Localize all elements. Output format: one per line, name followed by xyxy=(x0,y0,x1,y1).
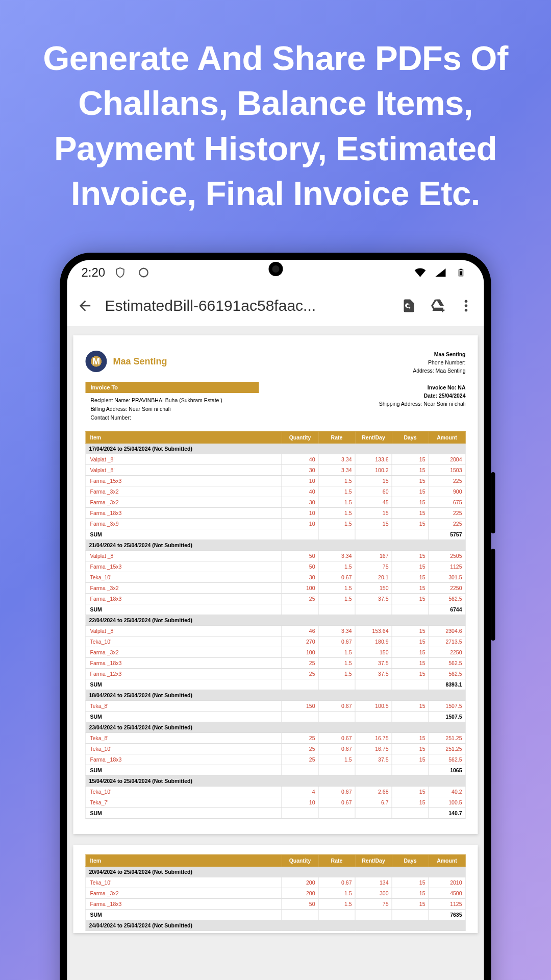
phone-side-button xyxy=(491,472,495,533)
table-row: Farma _15x3501.575151125 xyxy=(86,561,465,572)
camera-notch xyxy=(268,262,283,276)
table-row: Valplat _8'403.34133.6152004 xyxy=(86,454,465,464)
table-section-header: 22/04/2024 to 25/04/2024 (Not Submitted) xyxy=(86,615,465,625)
table-row: Teka_10'250.6716.7515251.25 xyxy=(86,743,465,754)
svg-point-6 xyxy=(465,309,468,312)
table-row: Farma _12x3251.537.515562.5 xyxy=(86,668,465,679)
table-sum-row: SUM8393.1 xyxy=(86,679,465,690)
pdf-page-2: Item Quantity Rate Rent/Day Days Amount … xyxy=(73,845,478,933)
svg-rect-2 xyxy=(460,269,462,270)
battery-icon xyxy=(453,264,470,281)
table-sum-row: SUM6744 xyxy=(86,604,465,615)
status-time: 2:20 xyxy=(82,265,106,280)
table-section-header: 24/04/2024 to 25/04/2024 (Not Submitted) xyxy=(86,920,465,930)
app-bar: EstimatedBill-66191ac58faac... xyxy=(67,285,484,326)
table-row: Farma _3x2401.56015900 xyxy=(86,486,465,497)
table-sum-row: SUM1065 xyxy=(86,765,465,775)
pdf-page-1: M Maa Senting Maa Senting Phone Number: … xyxy=(73,335,478,834)
drive-upload-icon[interactable] xyxy=(429,297,446,314)
phone-side-button xyxy=(491,549,495,641)
table-row: Farma _3x21001.5150152250 xyxy=(86,647,465,657)
find-in-page-icon[interactable] xyxy=(400,297,418,314)
table-row: Farma _3x9101.51515225 xyxy=(86,518,465,529)
table-row: Farma _18x3501.575151125 xyxy=(86,898,465,909)
table-row: Farma _18x3251.537.515562.5 xyxy=(86,754,465,765)
signal-icon xyxy=(432,264,449,281)
svg-point-0 xyxy=(139,268,148,277)
table-row: Valplat _8'503.34167152505 xyxy=(86,550,465,561)
table-row: Farma _18x3101.51515225 xyxy=(86,507,465,518)
table-section-header: 18/04/2024 to 25/04/2024 (Not Submitted) xyxy=(86,690,465,700)
svg-rect-3 xyxy=(460,271,462,275)
table-row: Farma _18x3251.537.515562.5 xyxy=(86,657,465,668)
company-logo: M xyxy=(86,351,107,372)
table-row: Farma _3x2301.54515675 xyxy=(86,497,465,507)
table-section-header: 20/04/2024 to 25/04/2024 (Not Submitted) xyxy=(86,866,465,877)
table-row: Teka_8'1500.67100.5151507.5 xyxy=(86,700,465,711)
company-contact: Maa Senting Phone Number: Address: Maa S… xyxy=(413,351,465,375)
more-vert-icon[interactable] xyxy=(458,297,475,314)
marketing-headline: Generate And Share PDFs Of Challans, Bal… xyxy=(0,0,551,237)
svg-point-4 xyxy=(465,300,468,303)
table-sum-row: SUM7635 xyxy=(86,909,465,920)
phone-screen: 2:20 xyxy=(67,260,484,980)
back-icon[interactable] xyxy=(77,297,94,314)
table-row: Teka_7'100.676.715100.5 xyxy=(86,797,465,807)
table-row: Valplat _8'463.34153.64152304.6 xyxy=(86,625,465,636)
svg-point-5 xyxy=(465,304,468,307)
table-row: Teka_10'2000.67134152010 xyxy=(86,877,465,888)
table-row: Teka_8'250.6716.7515251.25 xyxy=(86,732,465,743)
table-row: Farma _15x3101.51515225 xyxy=(86,475,465,486)
table-row: Farma _18x3251.537.515562.5 xyxy=(86,593,465,604)
table-sum-row: SUM5757 xyxy=(86,529,465,540)
table-sum-row: SUM140.7 xyxy=(86,807,465,818)
table-section-header: 17/04/2024 to 25/04/2024 (Not Submitted) xyxy=(86,443,465,454)
table-sum-row: SUM1507.5 xyxy=(86,711,465,722)
table-row: Teka_10'300.6720.115301.5 xyxy=(86,572,465,582)
phone-frame: 2:20 xyxy=(60,253,491,980)
table-row: Valplat _8'303.34100.2151503 xyxy=(86,464,465,475)
app-bar-title: EstimatedBill-66191ac58faac... xyxy=(105,297,389,314)
wifi-icon xyxy=(412,264,429,281)
table-row: Farma _3x21001.5150152250 xyxy=(86,582,465,593)
invoice-to-box: Invoice To Recipient Name: PRAVINBHAI Bu… xyxy=(86,382,259,425)
table-section-header: 21/04/2024 to 25/04/2024 (Not Submitted) xyxy=(86,540,465,550)
invoice-meta: Invoice No: NA Date: 25/04/2024 Shipping… xyxy=(379,382,466,408)
table-section-header: 15/04/2024 to 25/04/2024 (Not Submitted) xyxy=(86,775,465,786)
document-viewport[interactable]: M Maa Senting Maa Senting Phone Number: … xyxy=(67,326,484,980)
circle-icon xyxy=(135,264,152,281)
invoice-table: Item Quantity Rate Rent/Day Days Amount … xyxy=(86,431,466,819)
company-name: Maa Senting xyxy=(113,356,167,367)
table-row: Farma _3x22001.5300154500 xyxy=(86,888,465,898)
table-section-header: 23/04/2024 to 25/04/2024 (Not Submitted) xyxy=(86,722,465,732)
table-row: Teka_10'40.672.681540.2 xyxy=(86,786,465,797)
shield-icon xyxy=(111,264,129,281)
invoice-table-2: Item Quantity Rate Rent/Day Days Amount … xyxy=(86,854,466,931)
table-row: Teka_10'2700.67180.9152713.5 xyxy=(86,636,465,647)
